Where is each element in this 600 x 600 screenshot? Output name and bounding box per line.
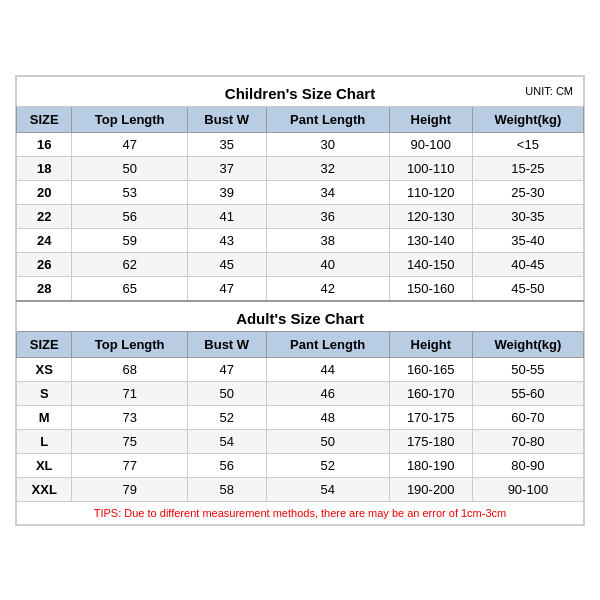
tips-row: TIPS: Due to different measurement metho… <box>17 501 584 524</box>
children-title-row: Children's Size Chart UNIT: CM <box>17 76 584 106</box>
children-cell: 39 <box>187 180 266 204</box>
children-cell: 100-110 <box>389 156 472 180</box>
adult-table-row: XXL795854190-20090-100 <box>17 477 584 501</box>
adult-col-pantlength-header: Pant Length <box>266 331 389 357</box>
col-weight-header: Weight(kg) <box>472 106 583 132</box>
adult-cell: 44 <box>266 357 389 381</box>
children-cell: 130-140 <box>389 228 472 252</box>
adult-cell: 70-80 <box>472 429 583 453</box>
adult-cell: 170-175 <box>389 405 472 429</box>
adult-cell: 190-200 <box>389 477 472 501</box>
adult-cell: 52 <box>187 405 266 429</box>
adult-col-weight-header: Weight(kg) <box>472 331 583 357</box>
children-cell: 150-160 <box>389 276 472 301</box>
adult-cell: 68 <box>72 357 187 381</box>
children-cell: <15 <box>472 132 583 156</box>
children-table-row: 22564136120-13030-35 <box>17 204 584 228</box>
adult-table-row: L755450175-18070-80 <box>17 429 584 453</box>
adult-cell: 56 <box>187 453 266 477</box>
adult-cell: 175-180 <box>389 429 472 453</box>
adult-cell: 58 <box>187 477 266 501</box>
adult-cell: S <box>17 381 72 405</box>
children-cell: 37 <box>187 156 266 180</box>
adult-cell: 79 <box>72 477 187 501</box>
children-cell: 22 <box>17 204 72 228</box>
children-cell: 47 <box>187 276 266 301</box>
adult-cell: M <box>17 405 72 429</box>
adult-cell: 50 <box>266 429 389 453</box>
size-chart-container: Children's Size Chart UNIT: CM SIZE Top … <box>15 75 585 526</box>
adult-cell: 180-190 <box>389 453 472 477</box>
adult-cell: 75 <box>72 429 187 453</box>
adult-table-row: XS684744160-16550-55 <box>17 357 584 381</box>
adult-cell: XXL <box>17 477 72 501</box>
col-pantlength-header: Pant Length <box>266 106 389 132</box>
adult-cell: 73 <box>72 405 187 429</box>
children-header-row: SIZE Top Length Bust W Pant Length Heigh… <box>17 106 584 132</box>
children-table-row: 1647353090-100<15 <box>17 132 584 156</box>
children-chart-title: Children's Size Chart <box>225 85 375 102</box>
adult-header-row: SIZE Top Length Bust W Pant Length Heigh… <box>17 331 584 357</box>
adult-cell: 90-100 <box>472 477 583 501</box>
children-cell: 20 <box>17 180 72 204</box>
adult-cell: 77 <box>72 453 187 477</box>
adult-cell: 47 <box>187 357 266 381</box>
children-cell: 24 <box>17 228 72 252</box>
adult-cell: 71 <box>72 381 187 405</box>
adult-cell: 52 <box>266 453 389 477</box>
children-cell: 15-25 <box>472 156 583 180</box>
adult-cell: 48 <box>266 405 389 429</box>
children-cell: 90-100 <box>389 132 472 156</box>
adult-cell: 50-55 <box>472 357 583 381</box>
children-cell: 59 <box>72 228 187 252</box>
unit-label: UNIT: CM <box>525 85 573 97</box>
adult-col-size-header: SIZE <box>17 331 72 357</box>
children-cell: 30 <box>266 132 389 156</box>
children-cell: 45-50 <box>472 276 583 301</box>
adult-cell: 50 <box>187 381 266 405</box>
adult-cell: 160-170 <box>389 381 472 405</box>
children-cell: 41 <box>187 204 266 228</box>
children-cell: 25-30 <box>472 180 583 204</box>
col-height-header: Height <box>389 106 472 132</box>
children-table-row: 20533934110-12025-30 <box>17 180 584 204</box>
col-size-header: SIZE <box>17 106 72 132</box>
col-toplength-header: Top Length <box>72 106 187 132</box>
children-cell: 18 <box>17 156 72 180</box>
children-cell: 43 <box>187 228 266 252</box>
children-cell: 26 <box>17 252 72 276</box>
tips-text: TIPS: Due to different measurement metho… <box>94 507 506 519</box>
children-table-row: 24594338130-14035-40 <box>17 228 584 252</box>
adult-cell: 55-60 <box>472 381 583 405</box>
adult-chart-title: Adult's Size Chart <box>236 310 364 327</box>
children-cell: 36 <box>266 204 389 228</box>
adult-cell: 54 <box>187 429 266 453</box>
adult-col-toplength-header: Top Length <box>72 331 187 357</box>
children-cell: 16 <box>17 132 72 156</box>
children-cell: 32 <box>266 156 389 180</box>
children-cell: 53 <box>72 180 187 204</box>
children-cell: 50 <box>72 156 187 180</box>
adult-table-row: M735248170-17560-70 <box>17 405 584 429</box>
children-cell: 56 <box>72 204 187 228</box>
adult-cell: L <box>17 429 72 453</box>
children-cell: 28 <box>17 276 72 301</box>
children-cell: 42 <box>266 276 389 301</box>
children-table-row: 18503732100-11015-25 <box>17 156 584 180</box>
adult-cell: 60-70 <box>472 405 583 429</box>
adult-table-row: S715046160-17055-60 <box>17 381 584 405</box>
children-cell: 110-120 <box>389 180 472 204</box>
children-cell: 34 <box>266 180 389 204</box>
adult-cell: 54 <box>266 477 389 501</box>
children-cell: 40-45 <box>472 252 583 276</box>
children-table-row: 26624540140-15040-45 <box>17 252 584 276</box>
adult-col-height-header: Height <box>389 331 472 357</box>
children-cell: 40 <box>266 252 389 276</box>
children-table-row: 28654742150-16045-50 <box>17 276 584 301</box>
adult-cell: XL <box>17 453 72 477</box>
children-cell: 120-130 <box>389 204 472 228</box>
children-cell: 62 <box>72 252 187 276</box>
adult-cell: 46 <box>266 381 389 405</box>
adult-col-bustw-header: Bust W <box>187 331 266 357</box>
adult-cell: 80-90 <box>472 453 583 477</box>
